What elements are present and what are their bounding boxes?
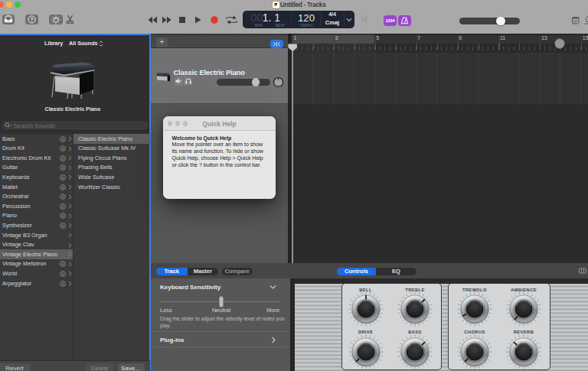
svg-text:?: ? xyxy=(31,17,34,22)
